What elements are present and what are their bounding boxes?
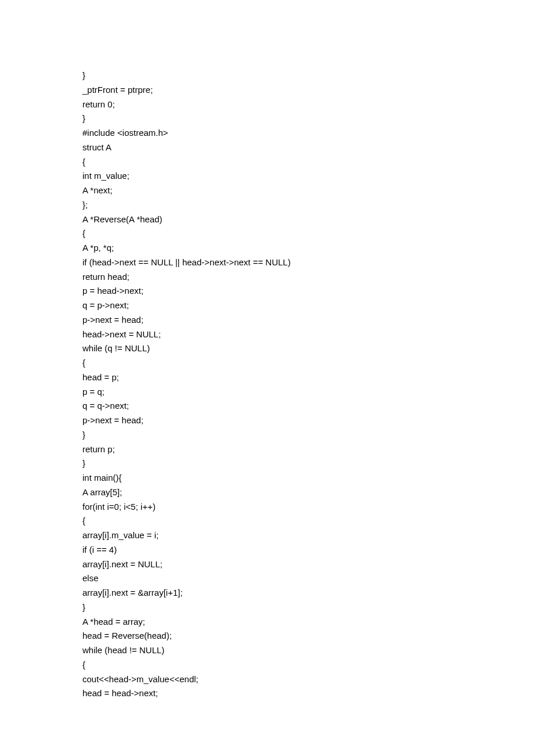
code-line: struct A — [82, 141, 534, 155]
code-line: _ptrFront = ptrpre; — [82, 83, 534, 98]
code-line: int main(){ — [82, 471, 534, 485]
code-line: while (head != NULL) — [82, 643, 534, 658]
code-line: return head; — [82, 270, 534, 285]
code-line: } — [82, 456, 534, 471]
code-line: q = p->next; — [82, 298, 534, 313]
code-block: }_ptrFront = ptrpre;return 0;}#include <… — [82, 69, 534, 701]
code-line: A *Reverse(A *head) — [82, 213, 534, 227]
code-line: head = head->next; — [82, 686, 534, 701]
code-line: A *p, *q; — [82, 241, 534, 255]
code-line: #include <iostream.h> — [82, 126, 534, 141]
code-line: int m_value; — [82, 169, 534, 183]
code-line: else — [82, 571, 534, 586]
code-line: A *head = array; — [82, 615, 534, 629]
code-line: if (head->next == NULL || head->next->ne… — [82, 255, 534, 270]
code-line: for(int i=0; i<5; i++) — [82, 500, 534, 514]
code-line: { — [82, 226, 534, 241]
code-line: cout<<head->m_value<<endl; — [82, 672, 534, 687]
code-line: { — [82, 514, 534, 528]
code-line: array[i].m_value = i; — [82, 528, 534, 543]
code-line: } — [82, 111, 534, 126]
code-line: q = q->next; — [82, 399, 534, 413]
code-line: { — [82, 155, 534, 170]
code-line: if (i == 4) — [82, 543, 534, 557]
code-line: p->next = head; — [82, 413, 534, 428]
code-line: { — [82, 658, 534, 672]
code-line: } — [82, 428, 534, 442]
code-line: p = q; — [82, 385, 534, 399]
code-line: return 0; — [82, 98, 534, 112]
document-page: }_ptrFront = ptrpre;return 0;}#include <… — [0, 0, 534, 756]
code-line: p = head->next; — [82, 284, 534, 298]
code-line: p->next = head; — [82, 313, 534, 327]
code-line: A *next; — [82, 183, 534, 198]
code-line: while (q != NULL) — [82, 341, 534, 356]
code-line: } — [82, 69, 534, 83]
code-line: head = p; — [82, 370, 534, 385]
code-line: } — [82, 600, 534, 615]
code-line: return p; — [82, 442, 534, 457]
code-line: A array[5]; — [82, 485, 534, 500]
code-line: { — [82, 356, 534, 370]
code-line: head = Reverse(head); — [82, 629, 534, 643]
code-line: array[i].next = &array[i+1]; — [82, 586, 534, 600]
code-line: array[i].next = NULL; — [82, 557, 534, 572]
code-line: }; — [82, 198, 534, 213]
code-line: head->next = NULL; — [82, 327, 534, 342]
